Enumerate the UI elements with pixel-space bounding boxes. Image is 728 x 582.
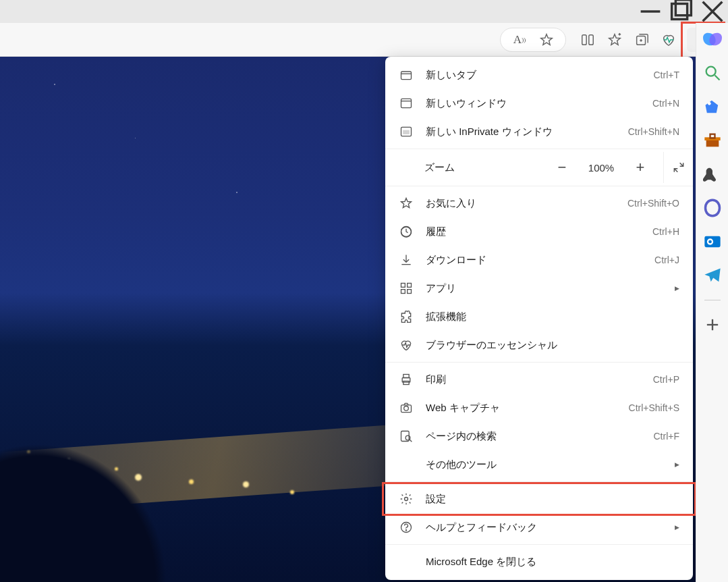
svg-rect-26	[401, 290, 405, 294]
zoom-out-button[interactable]: −	[550, 155, 574, 180]
search-icon[interactable]	[703, 63, 722, 82]
puzzle-icon	[399, 309, 414, 324]
menu-print[interactable]: 印刷 Ctrl+P	[385, 365, 693, 394]
svg-rect-14	[401, 72, 412, 80]
svg-point-32	[404, 406, 409, 411]
menu-label: ブラウザーのエッセンシャル	[426, 339, 679, 352]
menu-label: アプリ	[426, 282, 679, 295]
add-sidebar-button[interactable]	[703, 315, 722, 334]
sidebar-divider	[704, 300, 721, 300]
read-aloud-icon[interactable]: A))	[506, 26, 533, 53]
telegram-icon[interactable]	[703, 266, 722, 285]
svg-line-40	[715, 76, 719, 80]
menu-shortcut: Ctrl+H	[652, 226, 679, 237]
menu-new-tab[interactable]: 新しいタブ Ctrl+T	[385, 61, 693, 89]
zoom-value: 100%	[586, 162, 616, 174]
menu-shortcut: Ctrl+F	[654, 431, 680, 442]
svg-rect-27	[408, 290, 412, 294]
svg-rect-25	[408, 284, 412, 288]
svg-rect-6	[582, 34, 586, 45]
help-icon	[399, 520, 414, 535]
games-icon[interactable]	[703, 165, 722, 184]
browser-health-icon[interactable]	[655, 26, 682, 53]
shopping-icon[interactable]	[703, 97, 722, 116]
inprivate-icon	[399, 124, 414, 139]
menu-label: お気に入り	[426, 197, 627, 210]
menu-shortcut: Ctrl+J	[654, 255, 679, 265]
copilot-icon[interactable]	[703, 30, 722, 49]
menu-label: ダウンロード	[426, 254, 654, 267]
svg-point-39	[706, 67, 715, 76]
svg-rect-24	[401, 284, 405, 288]
m365-icon[interactable]	[703, 199, 722, 217]
address-actions: A))	[500, 28, 566, 52]
zoom-label: ズーム	[424, 161, 550, 174]
menu-new-inprivate[interactable]: 新しい InPrivate ウィンドウ Ctrl+Shift+N	[385, 117, 693, 146]
svg-rect-29	[403, 375, 409, 378]
find-icon	[399, 429, 414, 444]
menu-shortcut: Ctrl+P	[653, 374, 679, 385]
svg-rect-19	[403, 130, 409, 134]
menu-shortcut: Ctrl+Shift+O	[627, 198, 679, 209]
svg-marker-20	[401, 199, 412, 208]
menu-label: ページ内の検索	[426, 430, 654, 443]
menu-label: Web キャプチャ	[426, 402, 629, 415]
menu-shortcut: Ctrl+Shift+N	[628, 126, 679, 137]
menu-separator	[385, 481, 693, 482]
svg-rect-16	[401, 99, 412, 107]
apps-icon	[399, 281, 414, 296]
svg-marker-8	[609, 34, 621, 45]
maximize-button[interactable]	[666, 0, 697, 23]
window-icon	[399, 96, 414, 111]
svg-point-41	[708, 102, 711, 105]
menu-close-edge[interactable]: Microsoft Edge を閉じる	[385, 548, 693, 576]
menu-label: 設定	[426, 493, 679, 506]
menu-web-capture[interactable]: Web キャプチャ Ctrl+Shift+S	[385, 394, 693, 422]
svg-point-36	[405, 498, 408, 501]
menu-help[interactable]: ヘルプとフィードバック	[385, 513, 693, 541]
menu-separator	[385, 544, 693, 545]
menu-find[interactable]: ページ内の検索 Ctrl+F	[385, 422, 693, 450]
menu-history[interactable]: 履歴 Ctrl+H	[385, 217, 693, 246]
svg-marker-5	[541, 34, 553, 45]
menu-extensions[interactable]: 拡張機能	[385, 302, 693, 331]
close-button[interactable]	[697, 0, 728, 23]
menu-shortcut: Ctrl+T	[654, 70, 680, 80]
svg-point-38	[405, 530, 406, 531]
favorite-star-icon[interactable]	[533, 26, 560, 53]
collections-icon[interactable]	[628, 26, 655, 53]
edge-sidebar	[696, 23, 728, 582]
menu-apps[interactable]: アプリ	[385, 274, 693, 302]
fullscreen-button[interactable]	[663, 152, 693, 183]
settings-menu: 新しいタブ Ctrl+T 新しいウィンドウ Ctrl+N 新しい InPriva…	[385, 57, 693, 580]
menu-label: Microsoft Edge を閉じる	[426, 556, 679, 568]
print-icon	[399, 372, 414, 387]
menu-downloads[interactable]: ダウンロード Ctrl+J	[385, 246, 693, 274]
menu-zoom: ズーム − 100% +	[385, 152, 693, 183]
minimize-button[interactable]	[635, 0, 666, 23]
star-icon	[399, 196, 414, 211]
svg-point-47	[708, 240, 712, 244]
menu-favorites[interactable]: お気に入り Ctrl+Shift+O	[385, 189, 693, 217]
titlebar	[0, 0, 728, 23]
tools-icon[interactable]	[703, 131, 722, 150]
toolbar: A)) •••	[0, 23, 728, 57]
menu-label: 新しいウィンドウ	[426, 97, 652, 110]
svg-rect-2	[675, 0, 691, 16]
menu-label: 新しいタブ	[426, 69, 654, 82]
outlook-icon[interactable]	[703, 232, 722, 251]
svg-line-35	[410, 440, 412, 442]
blank-icon	[399, 554, 414, 569]
menu-settings[interactable]: 設定	[385, 485, 693, 513]
svg-rect-1	[672, 4, 688, 20]
menu-essentials[interactable]: ブラウザーのエッセンシャル	[385, 331, 693, 359]
split-screen-icon[interactable]	[574, 26, 601, 53]
menu-new-window[interactable]: 新しいウィンドウ Ctrl+N	[385, 89, 693, 117]
menu-label: 印刷	[426, 373, 653, 386]
heartbeat-icon	[399, 338, 414, 352]
menu-shortcut: Ctrl+N	[652, 98, 679, 109]
favorites-list-icon[interactable]	[601, 26, 628, 53]
zoom-in-button[interactable]: +	[628, 155, 652, 180]
download-icon	[399, 253, 414, 267]
menu-more-tools[interactable]: その他のツール	[385, 450, 693, 479]
